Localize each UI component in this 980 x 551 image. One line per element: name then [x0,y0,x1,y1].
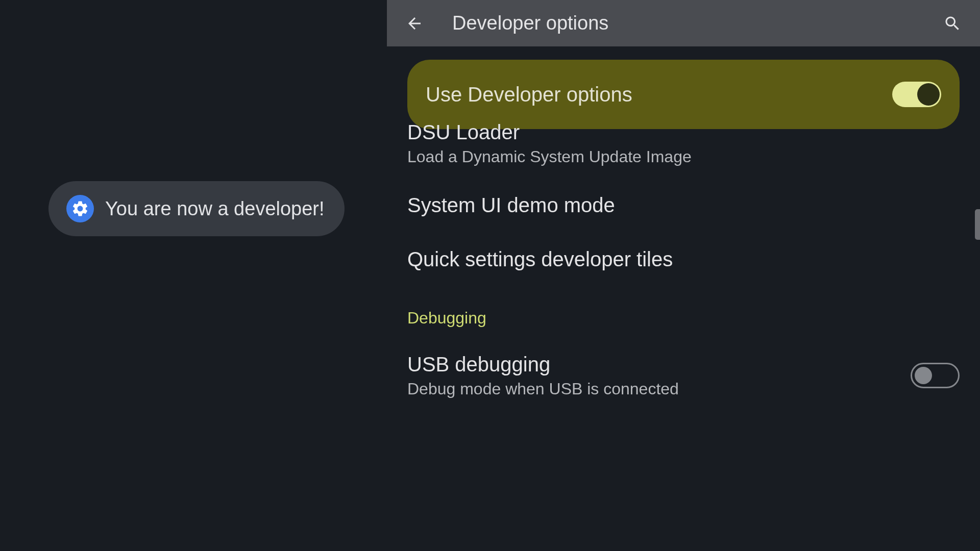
debugging-section-header: Debugging [407,309,486,328]
use-developer-options-card[interactable]: Use Developer options [407,60,960,129]
page-title: Developer options [452,12,940,34]
back-button[interactable] [402,11,427,36]
settings-gear-icon [66,195,94,222]
usb-debugging-subtitle: Debug mode when USB is connected [407,380,911,398]
scrollbar-thumb[interactable] [975,209,980,240]
dsu-loader-item[interactable]: DSU Loader Load a Dynamic System Update … [387,120,980,166]
arrow-back-icon [405,14,424,33]
search-button[interactable] [940,11,965,36]
developer-toast: You are now a developer! [48,181,345,236]
use-developer-options-label: Use Developer options [426,83,632,106]
usb-debugging-item[interactable]: USB debugging Debug mode when USB is con… [387,352,980,398]
quick-settings-tiles-item[interactable]: Quick settings developer tiles [387,247,980,271]
system-ui-demo-item[interactable]: System UI demo mode [387,193,980,217]
toast-message: You are now a developer! [105,198,325,220]
system-ui-demo-title: System UI demo mode [407,193,960,217]
settings-panel: Developer options Use Developer options … [387,0,980,551]
quick-settings-tiles-title: Quick settings developer tiles [407,247,960,271]
app-bar: Developer options [387,0,980,46]
use-developer-options-toggle[interactable] [892,82,941,107]
left-panel: You are now a developer! [0,0,387,551]
dsu-loader-subtitle: Load a Dynamic System Update Image [407,147,960,166]
dsu-loader-title: DSU Loader [407,120,960,144]
search-icon [943,14,962,33]
usb-debugging-toggle[interactable] [911,363,960,388]
usb-debugging-title: USB debugging [407,352,911,377]
